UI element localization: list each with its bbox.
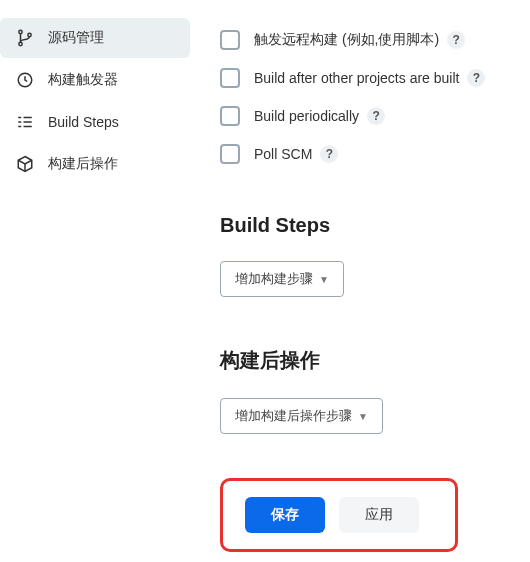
clock-icon [14,71,36,89]
content-area: 触发远程构建 (例如,使用脚本) ? Build after other pro… [190,0,530,562]
post-build-title: 构建后操作 [220,347,520,374]
trigger-label: Build after other projects are built [254,70,459,86]
caret-down-icon: ▼ [319,274,329,285]
checkbox[interactable] [220,106,240,126]
trigger-label: Poll SCM [254,146,312,162]
add-build-step-button[interactable]: 增加构建步骤 ▼ [220,261,344,297]
sidebar-item-triggers[interactable]: 构建触发器 [0,60,190,100]
button-label: 增加构建后操作步骤 [235,407,352,425]
sidebar-item-label: Build Steps [48,114,119,130]
sidebar: 源码管理 构建触发器 Build Steps 构建后操作 [0,0,190,562]
trigger-remote-row: 触发远程构建 (例如,使用脚本) ? [220,30,520,50]
checkbox[interactable] [220,30,240,50]
branch-icon [14,29,36,47]
trigger-periodically-row: Build periodically ? [220,106,520,126]
svg-point-0 [19,30,22,33]
sidebar-item-label: 构建触发器 [48,71,118,89]
add-post-build-step-button[interactable]: 增加构建后操作步骤 ▼ [220,398,383,434]
sidebar-item-label: 构建后操作 [48,155,118,173]
trigger-label: 触发远程构建 (例如,使用脚本) [254,31,439,49]
save-button[interactable]: 保存 [245,497,325,533]
svg-point-2 [28,33,31,36]
checkbox[interactable] [220,68,240,88]
trigger-poll-scm-row: Poll SCM ? [220,144,520,164]
sidebar-item-post-build[interactable]: 构建后操作 [0,144,190,184]
action-buttons-highlight: 保存 应用 [220,478,458,552]
build-steps-title: Build Steps [220,214,520,237]
build-triggers-list: 触发远程构建 (例如,使用脚本) ? Build after other pro… [220,30,520,164]
help-icon[interactable]: ? [367,107,385,125]
sidebar-item-label: 源码管理 [48,29,104,47]
trigger-after-projects-row: Build after other projects are built ? [220,68,520,88]
help-icon[interactable]: ? [447,31,465,49]
trigger-label: Build periodically [254,108,359,124]
help-icon[interactable]: ? [320,145,338,163]
svg-point-1 [19,42,22,45]
steps-icon [14,113,36,131]
apply-button[interactable]: 应用 [339,497,419,533]
checkbox[interactable] [220,144,240,164]
package-icon [14,155,36,173]
help-icon[interactable]: ? [467,69,485,87]
button-label: 增加构建步骤 [235,270,313,288]
sidebar-item-build-steps[interactable]: Build Steps [0,102,190,142]
caret-down-icon: ▼ [358,411,368,422]
sidebar-item-source[interactable]: 源码管理 [0,18,190,58]
